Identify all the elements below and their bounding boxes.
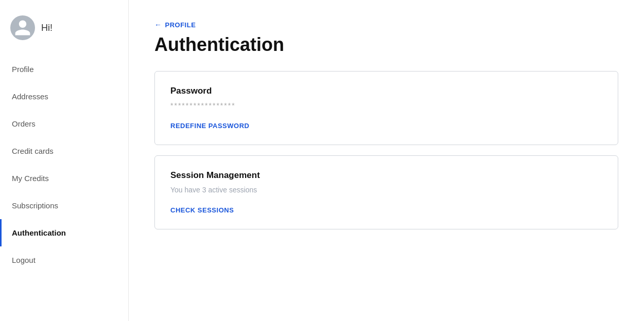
session-card-title: Session Management (170, 170, 602, 181)
sidebar-item-credit-cards[interactable]: Credit cards (0, 137, 128, 165)
sidebar-item-authentication[interactable]: Authentication (0, 219, 128, 246)
back-arrow-icon: ← (154, 21, 162, 29)
sidebar-header: Hi! (0, 10, 128, 56)
sidebar-item-profile[interactable]: Profile (0, 56, 128, 83)
password-card-title: Password (170, 86, 602, 96)
sidebar-item-orders[interactable]: Orders (0, 110, 128, 137)
password-mask: ***************** (170, 101, 602, 110)
sidebar-item-addresses[interactable]: Addresses (0, 83, 128, 110)
session-card-subtitle: You have 3 active sessions (170, 186, 602, 194)
sidebar-item-subscriptions[interactable]: Subscriptions (0, 192, 128, 219)
breadcrumb[interactable]: ← PROFILE (154, 21, 618, 29)
page-title: Authentication (154, 34, 618, 56)
session-card: Session Management You have 3 active ses… (154, 155, 618, 229)
password-card: Password ***************** REDEFINE PASS… (154, 71, 618, 145)
avatar (10, 15, 35, 40)
sidebar-nav: Profile Addresses Orders Credit cards My… (0, 56, 128, 274)
user-icon (13, 19, 32, 37)
sidebar: Hi! Profile Addresses Orders Credit card… (0, 0, 129, 321)
breadcrumb-label: PROFILE (165, 21, 196, 29)
main-content: ← PROFILE Authentication Password ******… (129, 0, 644, 321)
sidebar-item-logout[interactable]: Logout (0, 246, 128, 274)
redefine-password-link[interactable]: REDEFINE PASSWORD (170, 122, 249, 130)
check-sessions-link[interactable]: CHECK SESSIONS (170, 206, 234, 214)
sidebar-item-my-credits[interactable]: My Credits (0, 165, 128, 192)
sidebar-greeting: Hi! (41, 23, 53, 33)
